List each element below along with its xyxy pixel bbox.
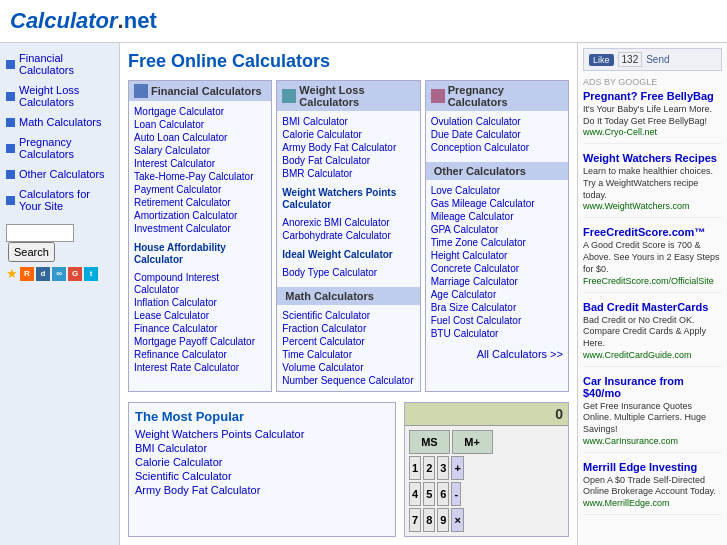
sidebar-item-other[interactable]: Other Calculators (0, 164, 119, 184)
loan-calc-link[interactable]: Loan Calculator (134, 119, 204, 130)
ad-title-3[interactable]: Bad Credit MasterCards (583, 301, 722, 313)
body-fat-link[interactable]: Body Fat Calculator (282, 155, 370, 166)
btn-1[interactable]: 1 (409, 456, 421, 480)
interest-rate-link[interactable]: Interest Rate Calculator (134, 362, 239, 373)
mileage-link[interactable]: Mileage Calculator (431, 211, 514, 222)
salary-link[interactable]: Salary Calculator (134, 145, 210, 156)
inflation-link[interactable]: Inflation Calculator (134, 297, 217, 308)
list-item: Amortization Calculator (134, 209, 266, 221)
btn-6[interactable]: 6 (437, 482, 449, 506)
ad-title-4[interactable]: Car Insurance from $40/mo (583, 375, 722, 399)
calc-display: 0 (405, 403, 568, 426)
takehome-link[interactable]: Take-Home-Pay Calculator (134, 171, 254, 182)
delicious-icon[interactable]: ∞ (52, 267, 66, 281)
retirement-link[interactable]: Retirement Calculator (134, 197, 231, 208)
sidebar-item-financial[interactable]: Financial Calculators (0, 48, 119, 80)
amortization-link[interactable]: Amortization Calculator (134, 210, 237, 221)
body-type-link[interactable]: Body Type Calculator (282, 267, 377, 278)
investment-link[interactable]: Investment Calculator (134, 223, 231, 234)
volume-link[interactable]: Volume Calculator (282, 362, 363, 373)
popular-link-4[interactable]: Army Body Fat Calculator (135, 484, 260, 496)
refinance-link[interactable]: Refinance Calculator (134, 349, 227, 360)
gpa-link[interactable]: GPA Calculator (431, 224, 499, 235)
ms-button[interactable]: MS (409, 430, 450, 454)
ad-url-0: www.Cryo-Cell.net (583, 127, 722, 137)
timezone-link[interactable]: Time Zone Calculator (431, 237, 526, 248)
popular-link-1[interactable]: BMI Calculator (135, 442, 207, 454)
sidebar-item-math[interactable]: Math Calculators (0, 112, 119, 132)
popular-link-2[interactable]: Calorie Calculator (135, 456, 222, 468)
age-link[interactable]: Age Calculator (431, 289, 497, 300)
love-link[interactable]: Love Calculator (431, 185, 500, 196)
btn-plus[interactable]: + (451, 456, 463, 480)
btn-8[interactable]: 8 (423, 508, 435, 532)
number-seq-link[interactable]: Number Sequence Calculator (282, 375, 413, 386)
btn-4[interactable]: 4 (409, 482, 421, 506)
marriage-link[interactable]: Marriage Calculator (431, 276, 518, 287)
lease-link[interactable]: Lease Calculator (134, 310, 209, 321)
sidebar-item-pregnancy[interactable]: Pregnancy Calculators (0, 132, 119, 164)
btn-9[interactable]: 9 (437, 508, 449, 532)
twitter-icon[interactable]: t (84, 267, 98, 281)
bra-size-link[interactable]: Bra Size Calculator (431, 302, 517, 313)
rss-icon[interactable]: R (20, 267, 34, 281)
sidebar-item-your-site[interactable]: Calculators for Your Site (0, 184, 119, 216)
other-sub-header: Other Calculators (426, 162, 568, 180)
concrete-link[interactable]: Concrete Calculator (431, 263, 519, 274)
btn-multiply[interactable]: × (451, 508, 463, 532)
interest-link[interactable]: Interest Calculator (134, 158, 215, 169)
ad-title-2[interactable]: FreeCreditScore.com™ (583, 226, 722, 238)
bmi-link[interactable]: BMI Calculator (282, 116, 348, 127)
carb-link[interactable]: Carbohydrate Calculator (282, 230, 390, 241)
btu-link[interactable]: BTU Calculator (431, 328, 499, 339)
army-bf-link[interactable]: Army Body Fat Calculator (282, 142, 396, 153)
right-sidebar: Like 132 Send ADS BY GOOGLE Pregnant? Fr… (577, 43, 727, 545)
search-button[interactable]: Search (8, 242, 55, 262)
house-affordability-link[interactable]: House Affordability Calculator (134, 242, 226, 265)
anorexic-link[interactable]: Anorexic BMI Calculator (282, 217, 389, 228)
list-item: Body Fat Calculator (282, 154, 414, 166)
btn-minus[interactable]: - (451, 482, 461, 506)
ww-points-link[interactable]: Weight Watchers Points Calculator (282, 187, 396, 210)
search-input[interactable] (6, 224, 74, 242)
btn-3[interactable]: 3 (437, 456, 449, 480)
gas-mileage-link[interactable]: Gas Mileage Calculator (431, 198, 535, 209)
mortgage-payoff-link[interactable]: Mortgage Payoff Calculator (134, 336, 255, 347)
btn-2[interactable]: 2 (423, 456, 435, 480)
time-link[interactable]: Time Calculator (282, 349, 352, 360)
payment-link[interactable]: Payment Calculator (134, 184, 221, 195)
fb-send-button[interactable]: Send (646, 54, 669, 65)
popular-link-3[interactable]: Scientific Calculator (135, 470, 232, 482)
google-icon[interactable]: G (68, 267, 82, 281)
sidebar-item-weight-loss[interactable]: Weight Loss Calculators (0, 80, 119, 112)
popular-link-0[interactable]: Weight Watchers Points Calculator (135, 428, 304, 440)
finance-link[interactable]: Finance Calculator (134, 323, 217, 334)
list-item: BMR Calculator (282, 167, 414, 179)
all-calculators-link[interactable]: All Calculators >> (477, 348, 563, 360)
height-link[interactable]: Height Calculator (431, 250, 508, 261)
digg-icon[interactable]: d (36, 267, 50, 281)
list-item: Bra Size Calculator (431, 301, 563, 313)
bmr-link[interactable]: BMR Calculator (282, 168, 352, 179)
scientific-link[interactable]: Scientific Calculator (282, 310, 370, 321)
mortgage-calc-link[interactable]: Mortgage Calculator (134, 106, 224, 117)
fuel-cost-link[interactable]: Fuel Cost Calculator (431, 315, 522, 326)
m-plus-button[interactable]: M+ (452, 430, 493, 454)
due-date-link[interactable]: Due Date Calculator (431, 129, 521, 140)
ad-title-0[interactable]: Pregnant? Free BellyBag (583, 90, 722, 102)
ad-title-5[interactable]: Merrill Edge Investing (583, 461, 722, 473)
calorie-link[interactable]: Calorie Calculator (282, 129, 361, 140)
ovulation-link[interactable]: Ovulation Calculator (431, 116, 521, 127)
fb-like-button[interactable]: Like (589, 54, 614, 66)
btn-7[interactable]: 7 (409, 508, 421, 532)
ad-title-1[interactable]: Weight Watchers Recipes (583, 152, 722, 164)
btn-5[interactable]: 5 (423, 482, 435, 506)
list-item: Marriage Calculator (431, 275, 563, 287)
logo[interactable]: Calculator.net (10, 18, 157, 30)
ideal-weight-link[interactable]: Ideal Weight Calculator (282, 249, 392, 260)
conception-link[interactable]: Conception Calculator (431, 142, 529, 153)
compound-link[interactable]: Compound Interest Calculator (134, 272, 219, 295)
percent-link[interactable]: Percent Calculator (282, 336, 364, 347)
fraction-link[interactable]: Fraction Calculator (282, 323, 366, 334)
auto-loan-link[interactable]: Auto Loan Calculator (134, 132, 227, 143)
